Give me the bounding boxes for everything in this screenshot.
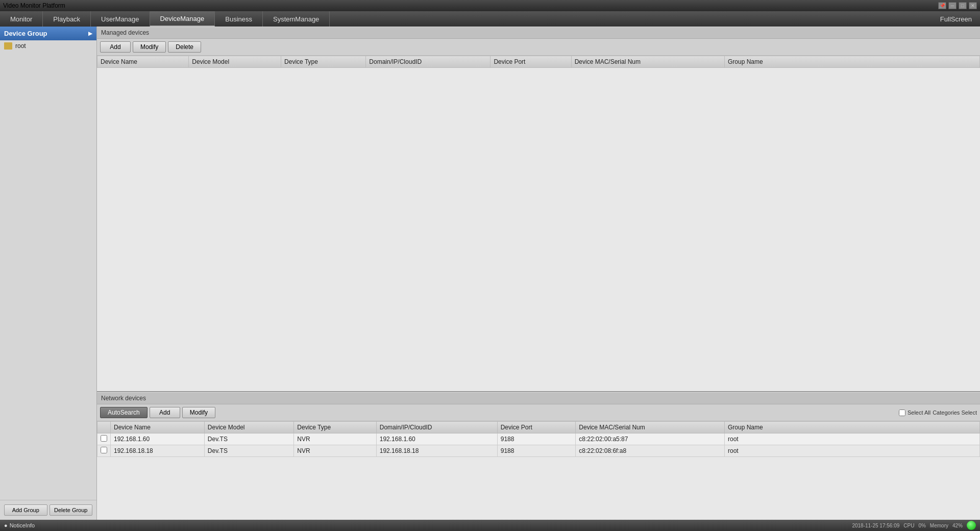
memory-value: 42% — [952, 523, 963, 528]
delete-group-button[interactable]: Delete Group — [50, 504, 93, 516]
network-section-title: Network devices — [101, 395, 146, 402]
managed-add-button[interactable]: Add — [100, 41, 131, 53]
categories-select-label: Categories Select — [933, 409, 977, 416]
managed-table-header: Device Name Device Model Device Type Dom… — [97, 56, 980, 68]
network-col-domain: Domain/IP/CloudID — [376, 422, 497, 433]
table-row[interactable]: 192.168.18.18 Dev.TS NVR 192.168.18.18 9… — [97, 445, 980, 457]
row-mac-serial: c8:22:02:00:a5:87 — [576, 433, 725, 445]
sidebar: Device Group ▶ root Add Group Delete Gro… — [0, 27, 97, 520]
managed-col-domain: Domain/IP/CloudID — [366, 56, 491, 68]
managed-col-name: Device Name — [97, 56, 189, 68]
sidebar-item-root[interactable]: root — [0, 40, 96, 52]
managed-section-title: Managed devices — [101, 29, 149, 36]
network-section: Network devices AutoSearch Add Modify Se… — [97, 392, 980, 520]
datetime-display: 2018-11-25 17:56:09 — [852, 523, 899, 528]
minimize-button[interactable]: ─ — [948, 2, 957, 9]
row-domain-ip: 192.168.1.60 — [376, 433, 497, 445]
row-device-type: NVR — [294, 445, 376, 457]
maximize-button[interactable]: □ — [959, 2, 967, 9]
notice-icon: ● — [4, 522, 8, 528]
managed-section: Managed devices Add Modify Delete Device… — [97, 27, 980, 392]
network-col-model: Device Model — [204, 422, 294, 433]
content-area: Managed devices Add Modify Delete Device… — [97, 27, 980, 520]
row-checkbox-1[interactable] — [101, 447, 107, 453]
cpu-value: 0% — [918, 523, 925, 528]
network-modify-button[interactable]: Modify — [182, 407, 215, 418]
notice-label: NoticeInfo — [10, 522, 35, 528]
network-col-type: Device Type — [294, 422, 376, 433]
managed-table-container: Device Name Device Model Device Type Dom… — [97, 56, 980, 391]
row-group-name: root — [725, 445, 980, 457]
nav-monitor[interactable]: Monitor — [0, 11, 43, 27]
network-col-mac: Device MAC/Serial Num — [576, 422, 725, 433]
autosearch-button[interactable]: AutoSearch — [100, 407, 148, 418]
row-checkbox-0[interactable] — [101, 435, 107, 442]
network-col-name: Device Name — [111, 422, 205, 433]
nav-fullscreen[interactable]: FullScreen — [932, 11, 980, 27]
row-device-port: 9188 — [497, 433, 576, 445]
row-device-name: 192.168.18.18 — [111, 445, 205, 457]
managed-section-header: Managed devices — [97, 27, 980, 39]
managed-toolbar: Add Modify Delete — [97, 39, 980, 56]
network-add-button[interactable]: Add — [150, 407, 180, 418]
nav-devicemanage[interactable]: DeviceManage — [150, 11, 215, 27]
network-col-port: Device Port — [497, 422, 576, 433]
nav-systemmanage[interactable]: SystemManage — [263, 11, 330, 27]
nav-business[interactable]: Business — [215, 11, 263, 27]
row-device-model: Dev.TS — [204, 445, 294, 457]
managed-col-model: Device Model — [189, 56, 281, 68]
row-mac-serial: c8:22:02:08:6f:a8 — [576, 445, 725, 457]
close-button[interactable]: ✕ — [969, 2, 977, 9]
network-table: Device Name Device Model Device Type Dom… — [97, 421, 980, 457]
status-indicator — [967, 521, 976, 530]
chevron-right-icon: ▶ — [88, 31, 92, 36]
row-device-name: 192.168.1.60 — [111, 433, 205, 445]
network-col-check — [97, 422, 111, 433]
row-device-type: NVR — [294, 433, 376, 445]
network-col-group: Group Name — [725, 422, 980, 433]
add-group-button[interactable]: Add Group — [4, 504, 47, 516]
statusbar: ● NoticeInfo 2018-11-25 17:56:09 CPU 0% … — [0, 520, 980, 531]
cpu-label: CPU — [903, 523, 914, 528]
row-checkbox-cell — [97, 445, 111, 457]
device-group-header[interactable]: Device Group ▶ — [0, 27, 96, 40]
pin-button[interactable]: 📌 — [938, 2, 946, 9]
nav-usermanage[interactable]: UserManage — [91, 11, 150, 27]
select-all-checkbox[interactable] — [899, 409, 905, 416]
managed-col-type: Device Type — [281, 56, 366, 68]
window-controls: 📌 ─ □ ✕ — [938, 2, 977, 9]
memory-label: Memory — [930, 523, 948, 528]
table-row[interactable]: 192.168.1.60 Dev.TS NVR 192.168.1.60 918… — [97, 433, 980, 445]
row-device-model: Dev.TS — [204, 433, 294, 445]
select-all-label: Select All — [908, 409, 930, 416]
notice-area: ● NoticeInfo — [4, 522, 35, 528]
app-title: Video Monitor Platform — [3, 2, 65, 9]
row-group-name: root — [725, 433, 980, 445]
nav-playback[interactable]: Playback — [43, 11, 91, 27]
managed-col-port: Device Port — [491, 56, 571, 68]
row-checkbox-cell — [97, 433, 111, 445]
device-group-title: Device Group — [4, 30, 47, 37]
row-domain-ip: 192.168.18.18 — [376, 445, 497, 457]
sidebar-item-label: root — [15, 42, 26, 50]
network-section-header: Network devices — [97, 392, 980, 404]
managed-modify-button[interactable]: Modify — [133, 41, 166, 53]
managed-delete-button[interactable]: Delete — [168, 41, 201, 53]
managed-col-group: Group Name — [725, 56, 980, 68]
select-all-area: Select All Categories Select — [899, 409, 977, 416]
network-toolbar: AutoSearch Add Modify Select All Categor… — [97, 404, 980, 421]
network-table-container: Device Name Device Model Device Type Dom… — [97, 421, 980, 520]
navbar: Monitor Playback UserManage DeviceManage… — [0, 11, 980, 27]
row-device-port: 9188 — [497, 445, 576, 457]
managed-col-mac: Device MAC/Serial Num — [571, 56, 724, 68]
folder-icon — [4, 42, 12, 50]
network-table-body: 192.168.1.60 Dev.TS NVR 192.168.1.60 918… — [97, 433, 980, 457]
network-table-header: Device Name Device Model Device Type Dom… — [97, 422, 980, 433]
managed-table: Device Name Device Model Device Type Dom… — [97, 56, 980, 68]
sidebar-footer: Add Group Delete Group — [0, 500, 96, 520]
main-area: Device Group ▶ root Add Group Delete Gro… — [0, 27, 980, 520]
titlebar: Video Monitor Platform 📌 ─ □ ✕ — [0, 0, 980, 11]
